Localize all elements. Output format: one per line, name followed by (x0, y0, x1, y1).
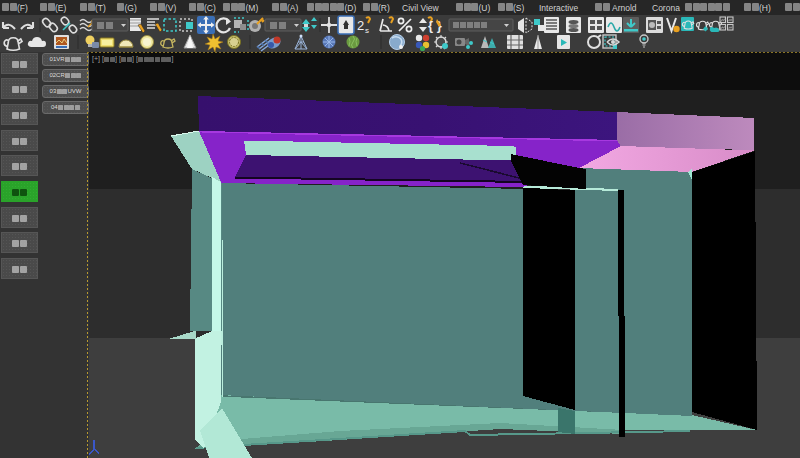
svg-text:2: 2 (357, 18, 364, 33)
svg-text:s: s (365, 26, 369, 35)
